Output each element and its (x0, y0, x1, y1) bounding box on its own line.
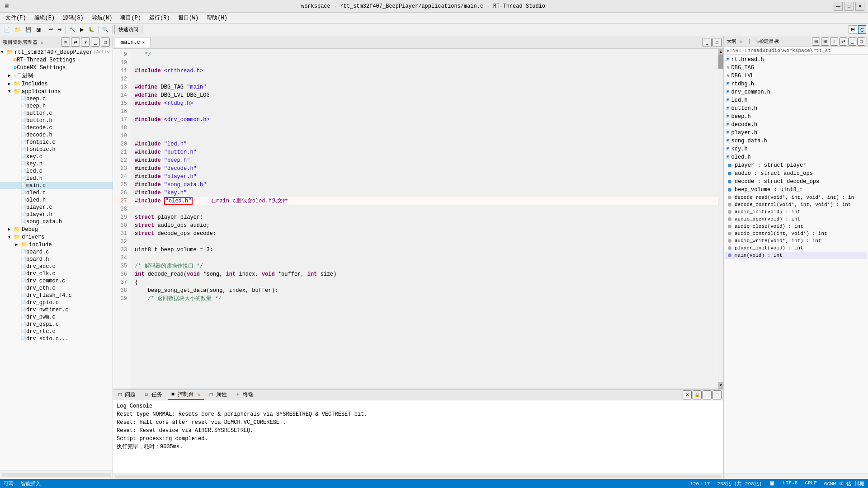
outline-item-player-h[interactable]: M player.h (725, 129, 867, 137)
tree-item-drv-eth-c[interactable]: 📄 drv_eth.c (0, 285, 113, 292)
scroll-thumb[interactable] (718, 55, 723, 69)
tree-item-drv-clk-c[interactable]: 📄 drv_clk.c (0, 270, 113, 277)
tree-item-cubemx[interactable]: ⚙ CubeMX Settings (0, 64, 113, 71)
maximize-panel-button[interactable]: □ (101, 38, 110, 47)
collapse-all-button[interactable]: ≡ (61, 38, 70, 47)
debug-button[interactable]: 🐛 (86, 26, 96, 33)
tree-item-oled-h[interactable]: 📄 oled.h (0, 197, 113, 204)
tree-item-main-c[interactable]: 📄 main.c (0, 182, 113, 189)
tree-item-include[interactable]: ▶ 📁 include (0, 241, 113, 249)
tree-item-applications[interactable]: ▼ 📁 applications (0, 88, 113, 95)
outline-item-rtthread-h[interactable]: M rtthread.h (725, 56, 867, 64)
left-panel-hscroll[interactable] (0, 470, 113, 479)
tab-console[interactable]: ■ 控制台 ☆ (168, 389, 204, 400)
close-button[interactable]: ✕ (855, 2, 864, 11)
tree-item-key-c[interactable]: 📄 key.c (0, 153, 113, 160)
tree-item-drv-adc-c[interactable]: 📄 drv_adc.c (0, 263, 113, 270)
tree-item-beep-h[interactable]: 📄 beep.h (0, 103, 113, 110)
tree-item-song-data-h[interactable]: 📄 song_data.h (0, 218, 113, 225)
tree-item-oled-c[interactable]: 📄 oled.c (0, 189, 113, 197)
outline-item-decode-read[interactable]: decode_read(void*, int, void*, int) : in (725, 194, 867, 201)
view-menu-button[interactable]: ▾ (81, 38, 90, 47)
tab-terminal[interactable]: ⚡ 终端 (232, 390, 257, 399)
perspective-btn-1[interactable]: ⊞ (849, 25, 857, 34)
outline-item-audio-var[interactable]: audio : struct audio_ops (725, 169, 867, 178)
run-button[interactable]: ▶ (78, 26, 85, 33)
outline-item-beep-volume[interactable]: beep_volume : uint8_t (725, 186, 867, 194)
tree-item-led-c[interactable]: 📄 led.c (0, 168, 113, 175)
menu-help[interactable]: 帮助(H) (203, 13, 231, 23)
outline-item-decode-h[interactable]: M decode.h (725, 121, 867, 129)
bottom-hscroll[interactable] (113, 474, 723, 479)
outline-item-oled-h[interactable]: M oled.h (725, 153, 867, 161)
menu-window[interactable]: 窗口(W) (175, 13, 203, 23)
tree-item-board-h[interactable]: 📄 board.h (0, 256, 113, 263)
tree-item-includes[interactable]: ▶ 📁 Includes (0, 80, 113, 88)
outline-sort-btn[interactable]: ↕ (830, 38, 838, 46)
outline-item-audio-init[interactable]: audio_init(void) : int (725, 208, 867, 216)
tab-tasks[interactable]: ☑ 任务 (141, 390, 165, 399)
minimize-button[interactable]: — (834, 2, 843, 11)
minimize-panel-button[interactable]: _ (91, 38, 100, 47)
console-scroll-lock-btn[interactable]: 🔒 (693, 390, 702, 399)
search-button[interactable]: 🔍 (100, 26, 110, 33)
menu-run[interactable]: 运行(R) (146, 13, 174, 23)
tree-item-drv-sdio-c[interactable]: 📄 drv_sdio.c... (0, 335, 113, 343)
outline-collapse-btn[interactable]: ⊟ (812, 38, 820, 46)
outline-item-player-var[interactable]: player : struct player (725, 161, 867, 169)
tab-properties[interactable]: □ 属性 (206, 390, 231, 399)
tab-main-c[interactable]: main.c ✕ (115, 37, 151, 47)
tree-item-drivers[interactable]: ▼ 📁 drivers (0, 233, 113, 241)
tree-item-drv-gpio-c[interactable]: 📄 drv_gpio.c (0, 299, 113, 306)
tree-item-beep-c[interactable]: 📄 beep.c (0, 95, 113, 103)
outline-minimize-btn[interactable]: _ (848, 38, 856, 46)
outline-item-main[interactable]: main(void) : int (725, 252, 867, 259)
menu-source[interactable]: 源码(S) (59, 13, 87, 23)
console-minimize-btn[interactable]: _ (703, 390, 712, 399)
outline-item-beep-h[interactable]: M beep.h (725, 113, 867, 121)
tree-item-led-h[interactable]: 📄 led.h (0, 175, 113, 182)
tree-item-fontpic-c[interactable]: 📄 fontpic.c (0, 139, 113, 146)
new-button[interactable]: 📄 (2, 26, 12, 33)
code-content[interactable]: */ #include <rtthread.h> #define DBG_TAG… (131, 49, 718, 389)
outline-link-btn[interactable]: ⇄ (839, 38, 847, 46)
right-hscroll[interactable] (724, 474, 868, 479)
undo-button[interactable]: ↩ (47, 26, 55, 33)
menu-file[interactable]: 文件(F) (2, 13, 30, 23)
tree-item-key-h[interactable]: 📄 key.h (0, 160, 113, 168)
outline-item-audio-close[interactable]: audio_close(void) : int (725, 223, 867, 230)
tree-item-debug[interactable]: ▶ 📁 Debug (0, 225, 113, 233)
tree-item-root[interactable]: ▼ 📁 rtt_stm32f407_BeepPlayer [Activ (0, 48, 113, 56)
tree-item-button-c[interactable]: 📄 button.c (0, 110, 113, 117)
tree-item-board-c[interactable]: 📄 board.c (0, 249, 113, 256)
tree-item-decode-c[interactable]: 📄 decode.c (0, 124, 113, 131)
build-button[interactable]: 🔨 (67, 26, 77, 33)
maximize-button[interactable]: □ (844, 2, 854, 11)
outline-item-decode-var[interactable]: decode : struct decode_ops (725, 178, 867, 186)
outline-item-audio-write[interactable]: audio_write(void*, int) : int (725, 237, 867, 244)
menu-edit[interactable]: 编辑(E) (31, 13, 59, 23)
menu-project[interactable]: 项目(P) (117, 13, 145, 23)
tree-item-drv-rtc-c[interactable]: 📄 drv_rtc.c (0, 328, 113, 335)
scroll-down-btn[interactable]: ▼ (718, 382, 723, 389)
outline-item-dbg-tag[interactable]: # DBG_TAG (725, 64, 867, 72)
tab-problems[interactable]: □ 问题 (115, 390, 139, 399)
tree-item-decode-h[interactable]: 📄 decode.h (0, 131, 113, 139)
open-button[interactable]: 📁 (13, 26, 23, 33)
outline-item-rtdbg-h[interactable]: M rtdbg.h (725, 80, 867, 88)
tree-item-drv-pwm-c[interactable]: 📄 drv_pwm.c (0, 314, 113, 321)
outline-item-key-h[interactable]: M key.h (725, 145, 867, 153)
tree-item-binary[interactable]: ▶ ☆ 二进制 (0, 71, 113, 80)
console-clear-btn[interactable]: ✕ (683, 390, 692, 399)
tree-item-drv-qspi-c[interactable]: 📄 drv_qspi.c (0, 321, 113, 328)
redo-button[interactable]: ↪ (56, 26, 63, 33)
link-editor-button[interactable]: ⇄ (71, 38, 80, 47)
quick-access-button[interactable]: 快速访问 (114, 25, 142, 34)
tab-close-main-c[interactable]: ✕ (142, 40, 145, 45)
save-all-button[interactable]: 🖫 (34, 26, 43, 33)
tree-item-player-h[interactable]: 📄 player.h (0, 211, 113, 218)
outline-item-dbg-lvl[interactable]: # DBG_LVL (725, 72, 867, 80)
outline-maximize-btn[interactable]: □ (857, 38, 865, 46)
outline-item-decode-control[interactable]: decode_control(void*, int, void*) : int (725, 201, 867, 208)
tree-item-fontpic-h[interactable]: 📄 fontpic.h (0, 146, 113, 153)
